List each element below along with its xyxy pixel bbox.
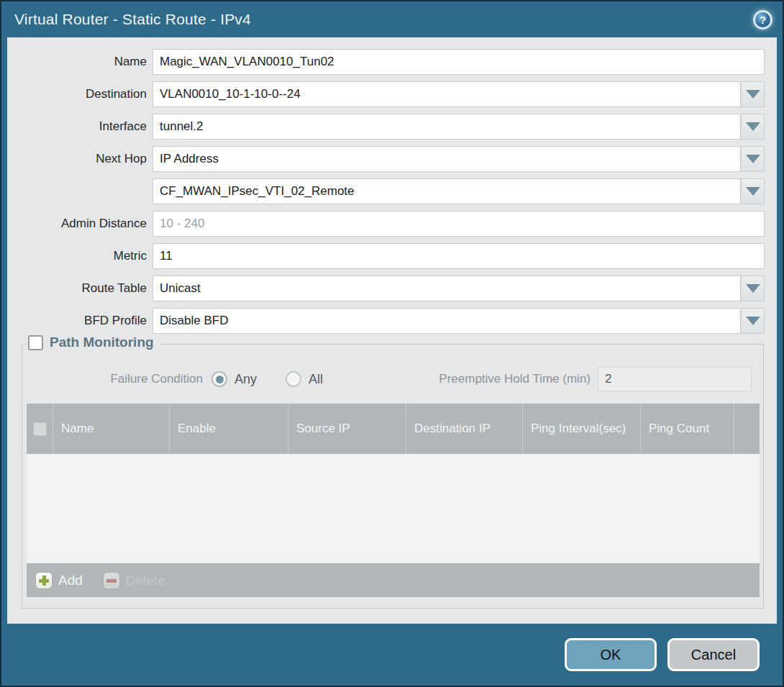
delete-button[interactable]: Delete (103, 572, 165, 589)
select-all-column (27, 404, 53, 454)
column-header-enable: Enable (169, 404, 288, 454)
admin-distance-label: Admin Distance (7, 217, 152, 231)
bfd-profile-input[interactable] (152, 308, 741, 334)
failure-condition-any-label: Any (234, 372, 257, 387)
interface-dropdown-button[interactable] (741, 114, 765, 140)
path-monitoring-section: Path Monitoring Failure Condition Any Al… (22, 344, 764, 609)
preemptive-hold-time-label: Preemptive Hold Time (min) (439, 372, 598, 386)
column-header-name: Name (53, 404, 169, 454)
interface-input[interactable] (152, 114, 741, 140)
column-header-ping-count: Ping Count (640, 404, 734, 454)
route-table-input[interactable] (152, 276, 741, 301)
path-monitoring-legend: Path Monitoring (27, 335, 160, 350)
form-row-destination: Destination (7, 81, 765, 107)
path-monitoring-checkbox[interactable] (28, 335, 43, 350)
failure-condition-all-label: All (309, 372, 323, 387)
name-input[interactable] (152, 49, 765, 75)
select-all-checkbox[interactable] (33, 422, 47, 436)
next-hop-label: Next Hop (7, 152, 152, 166)
dialog-body: Name Destination Interface (7, 37, 777, 624)
path-monitoring-table: Name Enable Source IP Destination IP Pin… (27, 404, 760, 597)
dialog-titlebar: Virtual Router - Static Route - IPv4 ? (1, 1, 783, 37)
failure-condition-all-radio[interactable] (286, 371, 301, 387)
destination-dropdown-button[interactable] (741, 81, 765, 107)
bfd-profile-label: BFD Profile (7, 314, 152, 328)
form-row-bfd-profile: BFD Profile (7, 308, 765, 334)
form-row-route-table: Route Table (7, 276, 765, 301)
dialog-title: Virtual Router - Static Route - IPv4 (14, 11, 251, 28)
route-table-dropdown-button[interactable] (741, 276, 765, 301)
chevron-down-icon (746, 317, 760, 325)
failure-condition-label: Failure Condition (26, 372, 211, 386)
table-header: Name Enable Source IP Destination IP Pin… (27, 404, 760, 454)
table-toolbar: Add Delete (27, 563, 760, 597)
form-row-next-hop-address (7, 178, 765, 204)
metric-input[interactable] (152, 243, 765, 269)
delete-button-label: Delete (126, 573, 165, 588)
form-row-metric: Metric (7, 243, 765, 269)
next-hop-address-dropdown-button[interactable] (741, 178, 765, 204)
add-button[interactable]: Add (35, 572, 83, 589)
chevron-down-icon (746, 90, 760, 99)
next-hop-address-input[interactable] (152, 178, 741, 204)
column-header-spacer (734, 404, 760, 454)
table-body-empty (27, 454, 760, 563)
column-header-ping-interval: Ping Interval(sec) (522, 404, 640, 454)
path-monitoring-title: Path Monitoring (50, 335, 154, 350)
destination-input[interactable] (152, 81, 741, 107)
column-header-destination-ip: Destination IP (406, 404, 522, 454)
form-row-admin-distance: Admin Distance (7, 211, 765, 237)
preemptive-hold-time-input[interactable] (598, 367, 752, 391)
admin-distance-input[interactable] (152, 211, 765, 237)
chevron-down-icon (746, 155, 760, 163)
bfd-profile-dropdown-button[interactable] (741, 308, 765, 334)
column-header-source-ip: Source IP (288, 404, 406, 454)
destination-label: Destination (7, 87, 152, 101)
form-row-name: Name (7, 49, 765, 75)
help-icon[interactable]: ? (753, 10, 772, 29)
static-route-dialog: Virtual Router - Static Route - IPv4 ? N… (0, 0, 784, 687)
dialog-footer: OK Cancel (1, 624, 783, 686)
failure-condition-any-radio[interactable] (211, 371, 227, 387)
chevron-down-icon (746, 122, 760, 131)
ok-button[interactable]: OK (565, 638, 657, 671)
chevron-down-icon (746, 187, 760, 196)
minus-icon (103, 572, 120, 589)
next-hop-type-input[interactable] (152, 146, 741, 172)
failure-condition-row: Failure Condition Any All Preemptive Hol… (26, 366, 752, 392)
form-row-next-hop: Next Hop (7, 146, 765, 172)
plus-icon (35, 572, 53, 589)
chevron-down-icon (746, 284, 760, 293)
name-label: Name (7, 55, 152, 69)
cancel-button[interactable]: Cancel (667, 638, 760, 671)
route-table-label: Route Table (7, 281, 152, 296)
form-row-interface: Interface (7, 114, 765, 140)
add-button-label: Add (58, 573, 83, 588)
next-hop-type-dropdown-button[interactable] (741, 146, 765, 172)
metric-label: Metric (7, 249, 152, 263)
interface-label: Interface (7, 119, 152, 134)
